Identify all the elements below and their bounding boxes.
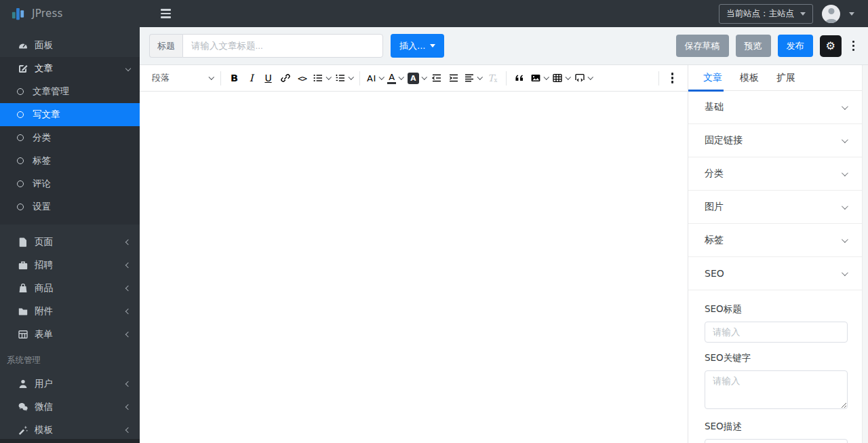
sidebar-item-page[interactable]: 页面 [0,231,140,254]
toolbar-more-button[interactable] [664,69,681,88]
article-header-bar: 标题 插入... 保存草稿 预览 发布 ⚙ [140,27,868,64]
settings-gear-button[interactable]: ⚙ [820,35,842,57]
outdent-button[interactable] [428,69,445,88]
sidebar-item-attachment[interactable]: 附件 [0,300,140,323]
link-button[interactable] [277,69,294,88]
circle-icon [17,111,24,118]
file-icon [17,237,28,248]
chevron-left-icon [125,381,131,387]
sidebar-item-category[interactable]: 分类 [0,126,140,149]
chevron-down-icon [208,75,214,80]
sidebar-item-wechat[interactable]: 微信 [0,396,140,419]
chevron-left-icon [125,309,131,314]
shopping-bag-icon [17,283,28,294]
insert-dropdown-button[interactable]: 插入... [391,34,444,58]
insert-code-block-button[interactable] [572,69,595,88]
clear-format-button[interactable]: Tx [484,69,501,88]
editor-content[interactable] [140,92,688,443]
seo-description-textarea[interactable] [705,439,848,443]
blockquote-icon [514,73,525,83]
tab-template[interactable]: 模板 [740,65,759,90]
seo-form: SEO标题 SEO关键字 SEO描述 [688,290,862,443]
sidebar-item-dashboard[interactable]: 面板 [0,34,140,57]
accordion-image[interactable]: 图片 [688,191,862,224]
article-title-input[interactable] [182,34,383,58]
accordion-tags[interactable]: 标签 [688,224,862,257]
accordion-permalink[interactable]: 固定链接 [688,124,862,157]
toolbar-divider [359,71,360,85]
chevron-down-icon [566,75,571,80]
chevron-left-icon [125,263,131,268]
chevron-down-icon [842,203,848,210]
accordion-category[interactable]: 分类 [688,157,862,191]
editor-toolbar: 段落 B I U <> [140,65,688,92]
more-options-kebab-button[interactable] [848,37,859,54]
underline-button[interactable]: U [260,69,277,88]
link-icon [280,73,291,83]
site-selector-label: 当前站点：主站点 [726,8,794,20]
panel-scrollbar[interactable] [862,65,868,443]
chevron-down-icon [842,136,848,143]
chevron-down-icon [399,75,404,80]
sidebar-item-article-manage[interactable]: 文章管理 [0,80,140,103]
inline-code-button[interactable]: <> [294,69,311,88]
sidebar-item-article-settings[interactable]: 设置 [0,195,140,218]
chevron-left-icon [125,404,131,410]
ai-menu-button[interactable]: AI [365,69,385,88]
font-color-icon: A [387,73,396,84]
sidebar-item-article[interactable]: 文章 [0,57,140,80]
sidebar-group-article: 文章 文章管理 写文章 分类 标签 评论 设置 [0,57,140,225]
jpress-logo-icon [10,6,26,22]
insert-image-button[interactable] [528,69,551,88]
paragraph-style-select[interactable]: 段落 [146,69,216,88]
ordered-list-icon [335,73,346,83]
seo-title-label: SEO标题 [705,303,848,315]
save-draft-button[interactable]: 保存草稿 [676,35,729,57]
circle-icon [17,88,24,95]
chevron-down-icon [125,66,131,71]
ordered-list-button[interactable] [333,69,355,88]
seo-title-input[interactable] [705,322,848,343]
sidebar: 面板 文章 文章管理 写文章 分类 标签 评论 [0,27,140,443]
sidebar-toggle-button[interactable] [158,6,174,20]
brand[interactable]: JPress [0,6,140,22]
italic-button[interactable]: I [243,69,260,88]
sidebar-item-template[interactable]: 模板 [0,419,140,442]
chevron-down-icon [326,75,332,80]
preview-button[interactable]: 预览 [736,35,771,57]
sidebar-item-form[interactable]: 表单 [0,323,140,346]
outdent-icon [431,73,442,83]
indent-icon [448,73,459,83]
chevron-down-icon [477,75,483,80]
blockquote-button[interactable] [511,69,528,88]
publish-button[interactable]: 发布 [778,35,813,57]
editor-area: 段落 B I U <> [140,65,688,443]
avatar[interactable] [822,5,840,23]
bullet-list-button[interactable] [311,69,333,88]
table-grid-icon [17,329,28,340]
accordion-seo[interactable]: SEO [688,257,862,290]
chevron-down-icon [842,236,848,243]
font-color-button[interactable]: A [385,69,406,88]
sidebar-item-product[interactable]: 商品 [0,277,140,300]
indent-button[interactable] [445,69,462,88]
toolbar-divider [506,71,507,85]
highlight-color-button[interactable]: A [406,69,429,88]
sidebar-item-user[interactable]: 用户 [0,372,140,396]
sidebar-item-comment[interactable]: 评论 [0,172,140,195]
sidebar-item-write-article[interactable]: 写文章 [0,103,140,126]
align-button[interactable] [462,69,484,88]
align-icon [464,73,475,83]
code-block-icon [574,73,585,83]
site-selector-button[interactable]: 当前站点：主站点 [719,4,813,24]
tab-extension[interactable]: 扩展 [776,65,795,90]
bold-button[interactable]: B [226,69,243,88]
settings-panel: 文章 模板 扩展 基础 固定链接 分类 图片 标签 [688,65,862,443]
accordion-basic[interactable]: 基础 [688,91,862,124]
sidebar-item-tag[interactable]: 标签 [0,149,140,172]
tab-article[interactable]: 文章 [703,65,722,90]
seo-keywords-textarea[interactable] [705,370,848,409]
insert-table-button[interactable] [550,69,572,88]
user-menu-caret-icon[interactable] [849,12,854,16]
sidebar-item-job[interactable]: 招聘 [0,254,140,277]
